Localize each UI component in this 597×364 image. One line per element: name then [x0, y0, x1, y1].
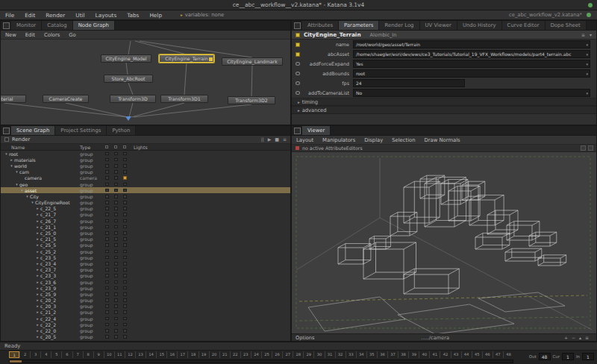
grid-icon[interactable]: [588, 145, 593, 151]
row-toggle-icon[interactable]: [105, 298, 109, 302]
expander-icon[interactable]: ▸: [35, 219, 40, 223]
tab-python[interactable]: Python: [107, 126, 136, 135]
tab-undo-history[interactable]: Undo History: [457, 21, 502, 30]
row-toggle-icon[interactable]: [105, 231, 109, 235]
tab-parameters[interactable]: Parameters: [339, 21, 379, 30]
row-toggle-icon[interactable]: [123, 292, 127, 296]
row-toggle-icon[interactable]: [123, 274, 127, 277]
column-proxy-icon[interactable]: [123, 145, 126, 148]
expander-icon[interactable]: ▸: [35, 250, 40, 254]
expander-icon[interactable]: ▾: [14, 183, 19, 186]
app-menu-edit[interactable]: Edit: [19, 10, 40, 20]
row-toggle-icon[interactable]: [123, 213, 127, 216]
row-toggle-icon[interactable]: [105, 225, 109, 229]
app-menu-util[interactable]: Util: [70, 10, 90, 20]
row-toggle-icon[interactable]: [105, 207, 109, 210]
expander-icon[interactable]: ▸: [35, 329, 40, 333]
frame-tick-18[interactable]: 18: [187, 351, 198, 358]
dropdown-arrow-icon[interactable]: ▾: [586, 71, 588, 78]
scenegraph-row-c-22-2[interactable]: ▸c_22_2group: [1, 321, 290, 327]
column-lights[interactable]: Lights: [134, 145, 148, 150]
frame-tick-42[interactable]: 42: [440, 351, 450, 358]
column-render-icon[interactable]: [114, 145, 117, 148]
scenegraph-row-c-23-4[interactable]: ▸c_23_4group: [1, 260, 290, 266]
row-toggle-icon[interactable]: [123, 152, 127, 156]
expander-icon[interactable]: ▸: [35, 317, 40, 321]
row-toggle-icon[interactable]: [114, 195, 118, 198]
app-menu-tabs[interactable]: Tabs: [122, 10, 144, 20]
row-toggle-icon[interactable]: [123, 268, 127, 272]
frame-up-icon[interactable]: ▴: [578, 334, 582, 342]
frame-tick-28[interactable]: 28: [293, 351, 303, 358]
dropdown-arrow-icon[interactable]: ▾: [586, 51, 588, 58]
param-value-fps[interactable]: 24: [353, 79, 465, 87]
row-toggle-icon[interactable]: [123, 164, 127, 168]
scenegraph-row-c-21-1[interactable]: ▸c_21_1group: [1, 224, 290, 230]
scenegraph-row-c-23-5[interactable]: ▸c_23_5group: [1, 254, 290, 260]
param-state-icon[interactable]: [296, 43, 300, 47]
scenegraph-row-c-21-5[interactable]: ▸c_21_5group: [1, 236, 290, 242]
row-toggle-icon[interactable]: [105, 250, 109, 254]
node-material[interactable]: Material: [1, 95, 26, 103]
row-toggle-icon[interactable]: [105, 183, 109, 186]
frame-tick-16[interactable]: 16: [166, 351, 177, 358]
node-cameracreate[interactable]: CameraCreate: [43, 95, 89, 103]
options-button[interactable]: Options: [296, 335, 314, 341]
app-menu-file[interactable]: File: [0, 10, 19, 20]
node-graph-panel-menu-icon[interactable]: [1, 21, 11, 30]
tab-render-log[interactable]: Render Log: [379, 21, 419, 30]
frame-tick-5[interactable]: 5: [51, 351, 61, 358]
frame-tick-26[interactable]: 26: [272, 351, 282, 358]
viewer-menu-manipulators[interactable]: Manipulators: [318, 136, 360, 145]
timeline-track[interactable]: [9, 360, 513, 363]
parameters-panel-menu-icon[interactable]: [292, 21, 302, 30]
param-value-addbounds[interactable]: root▾: [353, 69, 590, 78]
tab-curve-editor[interactable]: Curve Editor: [502, 21, 546, 30]
variables-indicator[interactable]: ▸ variables: none: [181, 12, 224, 18]
scenegraph-row-asset[interactable]: ▾assetgroup: [1, 187, 290, 193]
row-toggle-icon[interactable]: [123, 189, 127, 192]
expander-icon[interactable]: ▸: [35, 256, 40, 260]
scenegraph-row-c-23-9[interactable]: ▸c_23_9group: [1, 285, 290, 291]
row-toggle-icon[interactable]: [114, 286, 118, 290]
scenegraph-row-c-23-7[interactable]: ▸c_23_7group: [1, 267, 290, 273]
row-toggle-icon[interactable]: [105, 164, 109, 168]
node-graph-menu-new[interactable]: New: [1, 31, 21, 40]
row-toggle-icon[interactable]: [114, 268, 118, 272]
scene-graph-panel-menu-icon[interactable]: [1, 126, 11, 135]
row-toggle-icon[interactable]: [123, 323, 127, 327]
node-graph-menu-go[interactable]: Go: [64, 31, 80, 40]
row-toggle-icon[interactable]: [114, 243, 118, 247]
app-menu-help[interactable]: Help: [144, 10, 167, 20]
scenegraph-row-c-23-6[interactable]: ▸c_23_6group: [1, 279, 290, 285]
frame-tick-6[interactable]: 6: [61, 351, 72, 358]
row-toggle-icon[interactable]: [105, 243, 109, 247]
frame-tick-3[interactable]: 3: [30, 351, 40, 358]
frame-tick-13[interactable]: 13: [135, 351, 146, 358]
scenegraph-row-world[interactable]: ▾worldgroup: [1, 163, 290, 169]
row-toggle-icon[interactable]: [114, 304, 118, 308]
scenegraph-row-c-20-2[interactable]: ▸c_20_2group: [1, 298, 290, 304]
row-toggle-icon[interactable]: [114, 207, 118, 210]
frame-tick-12[interactable]: 12: [125, 351, 135, 358]
scenegraph-row-geo[interactable]: ▾geogroup: [1, 181, 290, 187]
row-toggle-icon[interactable]: [123, 237, 127, 241]
expander-icon[interactable]: ▸: [35, 335, 40, 339]
row-toggle-icon[interactable]: [114, 183, 118, 186]
node-transform3d[interactable]: Transform3D: [110, 95, 156, 103]
row-toggle-icon[interactable]: [105, 170, 109, 174]
row-toggle-icon[interactable]: [123, 329, 127, 333]
row-toggle-icon[interactable]: [123, 304, 127, 308]
node-graph-menu-colors[interactable]: Colors: [40, 31, 64, 40]
row-toggle-icon[interactable]: [114, 329, 118, 333]
row-toggle-icon[interactable]: [123, 286, 127, 290]
app-menu-render[interactable]: Render: [40, 10, 70, 20]
frame-tick-47[interactable]: 47: [493, 351, 503, 358]
expander-icon[interactable]: ▾: [4, 152, 9, 156]
param-group-advanced[interactable]: ▸advanced: [292, 106, 596, 114]
row-toggle-icon[interactable]: [114, 176, 118, 180]
frame-tick-41[interactable]: 41: [429, 351, 440, 358]
expander-icon[interactable]: ▾: [19, 189, 25, 192]
row-toggle-icon[interactable]: [105, 310, 109, 314]
stop-icon[interactable]: ■: [274, 136, 280, 143]
